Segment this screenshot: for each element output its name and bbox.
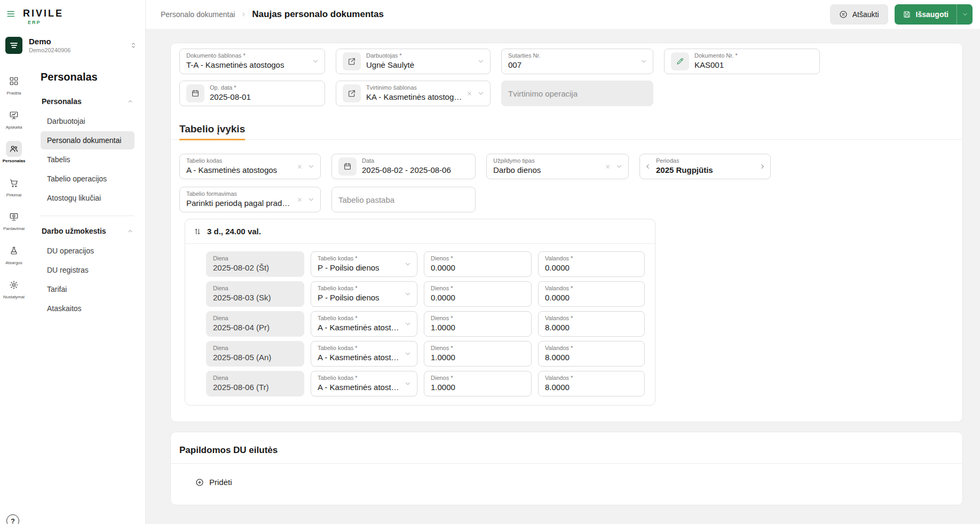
tvirtinimo-sablonas-select[interactable]: Tvirtinimo šablonas KA - Kasmetinės atos… bbox=[336, 81, 491, 106]
rail-item-atsargos[interactable]: Atsargos bbox=[0, 237, 28, 272]
chevron-right-icon[interactable] bbox=[757, 162, 767, 171]
sidebar-item-tabelis[interactable]: Tabelis bbox=[41, 150, 135, 169]
op-data-datepicker[interactable]: Op. data * 2025-08-01 bbox=[179, 81, 325, 106]
chevron-down-icon bbox=[477, 90, 485, 97]
rail-item-pirkimai[interactable]: Pirkimai bbox=[0, 170, 28, 204]
sidebar-item-personalo-dokumentai[interactable]: Personalo dokumentai bbox=[41, 131, 135, 149]
valandos-input[interactable]: Valandos *0.0000 bbox=[538, 281, 645, 307]
sidebar-item-du-operacijos[interactable]: DU operacijos bbox=[41, 242, 135, 260]
chevron-left-icon[interactable] bbox=[643, 162, 653, 171]
chevron-up-icon bbox=[127, 98, 133, 105]
field-label: Tabelio kodas * bbox=[318, 345, 401, 351]
field-placeholder: Tabelio pastaba bbox=[338, 195, 394, 204]
field-label: Dienos * bbox=[431, 256, 526, 261]
unfold-more-icon[interactable] bbox=[128, 40, 139, 51]
clear-icon[interactable] bbox=[296, 163, 304, 171]
rail-label: Apskaita bbox=[6, 125, 22, 130]
rail-item-pardavimai[interactable]: Pardavimai bbox=[0, 203, 28, 237]
section-title: Tabelio įvykis bbox=[179, 123, 245, 140]
dienos-input[interactable]: Dienos *1.0000 bbox=[424, 371, 532, 396]
clear-icon[interactable] bbox=[604, 163, 612, 171]
field-content: Periodas 2025 Rugpjūtis bbox=[656, 158, 757, 174]
dienos-input[interactable]: Dienos *0.0000 bbox=[424, 281, 532, 307]
save-dropdown-caret[interactable] bbox=[957, 4, 973, 25]
field-value: KAS001 bbox=[694, 60, 814, 69]
field-value: 2025-08-06 (Tr) bbox=[213, 383, 298, 392]
field-value: KA - Kasmetinės atostogos bbox=[366, 92, 462, 101]
sidebar-item-du-registras[interactable]: DU registras bbox=[41, 261, 135, 279]
field-label: Tabelio kodas * bbox=[318, 315, 401, 321]
valandos-input[interactable]: Valandos *8.0000 bbox=[538, 371, 645, 396]
field-value: P - Poilsio dienos bbox=[318, 263, 401, 272]
field-label: Tabelio kodas * bbox=[318, 375, 401, 381]
dienos-input[interactable]: Dienos *1.0000 bbox=[424, 341, 532, 367]
clear-icon[interactable] bbox=[465, 90, 473, 98]
sidebar-group-toggle-darbo-uzmokestis[interactable]: Darbo užmokestis bbox=[41, 223, 135, 240]
rail-item-nustatymai[interactable]: Nustatymai bbox=[0, 272, 28, 306]
field-content: Užpildymo tipas Darbo dienos bbox=[493, 158, 600, 174]
cancel-label: Atšaukti bbox=[852, 10, 879, 19]
tabelio-kodas-row-select[interactable]: Tabelio kodas *A - Kasmetinės atostogos bbox=[311, 371, 417, 396]
sidebar-item-atostogu-likuciai[interactable]: Atostogų likučiai bbox=[41, 189, 135, 207]
x-circle-icon bbox=[839, 10, 848, 19]
rail-item-apskaita[interactable]: Apskaita bbox=[0, 102, 28, 136]
field-value: 2025 Rugpjūtis bbox=[656, 165, 757, 174]
table-row: Diena2025-08-03 (Sk) Tabelio kodas *P - … bbox=[206, 281, 644, 307]
tabelio-kodas-row-select[interactable]: Tabelio kodas *P - Poilsio dienos bbox=[311, 281, 417, 307]
field-value: 2025-08-02 (Št) bbox=[213, 263, 298, 272]
add-du-line-button[interactable]: Pridėti bbox=[195, 478, 232, 487]
field-label: Diena bbox=[213, 345, 298, 351]
help-icon[interactable]: ? bbox=[6, 514, 19, 524]
chevron-down-icon bbox=[404, 350, 412, 358]
sidebar-item-darbuotojai[interactable]: Darbuotojai bbox=[41, 112, 135, 130]
darbuotojas-select[interactable]: Darbuotojas * Ugnė Saulytė bbox=[336, 49, 491, 74]
tabelio-kodas-row-select[interactable]: Tabelio kodas *A - Kasmetinės atostogos bbox=[311, 341, 417, 367]
chevron-down-icon bbox=[312, 58, 319, 65]
sidebar-item-ataskaitos[interactable]: Ataskaitos bbox=[41, 299, 135, 317]
valandos-input[interactable]: Valandos *8.0000 bbox=[538, 341, 645, 367]
people-icon bbox=[6, 141, 22, 157]
sidebar-divider bbox=[41, 216, 135, 216]
sort-vertical-icon[interactable] bbox=[194, 228, 201, 235]
hamburger-menu-icon[interactable] bbox=[5, 7, 17, 20]
field-value: 0.0000 bbox=[545, 293, 639, 302]
content-scroll-area[interactable]: Dokumento šablonas * T-A - Kasmetinės at… bbox=[146, 29, 980, 524]
tabelio-pastaba-input[interactable]: Tabelio pastaba bbox=[331, 187, 476, 212]
uzpildymo-tipas-select[interactable]: Užpildymo tipas Darbo dienos bbox=[486, 154, 629, 179]
external-link-icon[interactable] bbox=[343, 52, 361, 70]
rail-item-pradzia[interactable]: Pradžia bbox=[0, 68, 28, 102]
dienos-input[interactable]: Dienos *0.0000 bbox=[424, 251, 532, 277]
rail-label: Nustatymai bbox=[3, 295, 25, 300]
field-value: 0.0000 bbox=[545, 263, 639, 272]
save-button-main[interactable]: Išsaugoti bbox=[895, 4, 957, 25]
breadcrumb-link[interactable]: Personalo dokumentai bbox=[161, 10, 235, 19]
periodas-stepper[interactable]: Periodas 2025 Rugpjūtis bbox=[639, 154, 771, 179]
tabelio-kodas-select[interactable]: Tabelio kodas A - Kasmetinės atostogos bbox=[179, 154, 321, 179]
account-switcher[interactable]: Demo Demo20240906 bbox=[5, 37, 139, 54]
field-content: Dokumento Nr. * KAS001 bbox=[694, 53, 814, 69]
external-link-icon[interactable] bbox=[343, 84, 361, 102]
field-value: 2025-08-05 (An) bbox=[213, 353, 298, 362]
clear-icon[interactable] bbox=[296, 196, 304, 204]
rail-label: Pradžia bbox=[6, 91, 21, 96]
valandos-input[interactable]: Valandos *0.0000 bbox=[538, 251, 645, 277]
sidebar-item-tarifai[interactable]: Tarifai bbox=[41, 280, 135, 298]
sutarties-nr-select[interactable]: Sutarties Nr. 007 bbox=[501, 49, 653, 74]
field-value: A - Kasmetinės atostogos bbox=[186, 165, 293, 174]
dokumento-sablonas-select[interactable]: Dokumento šablonas * T-A - Kasmetinės at… bbox=[179, 49, 325, 74]
tabelio-kodas-row-select[interactable]: Tabelio kodas *P - Poilsio dienos bbox=[311, 251, 417, 277]
tabelio-kodas-row-select[interactable]: Tabelio kodas *A - Kasmetinės atostogos bbox=[311, 311, 417, 337]
tabelio-formavimas-select[interactable]: Tabelio formavimas Parinkti periodą paga… bbox=[179, 187, 321, 212]
sidebar-group-toggle-personalas[interactable]: Personalas bbox=[41, 93, 135, 110]
dienos-input[interactable]: Dienos *1.0000 bbox=[424, 311, 532, 337]
rail-item-personalas[interactable]: Personalas bbox=[0, 136, 28, 170]
sidebar-item-tabelio-operacijos[interactable]: Tabelio operacijos bbox=[41, 170, 135, 188]
field-label: Diena bbox=[213, 315, 298, 321]
dokumento-nr-input[interactable]: Dokumento Nr. * KAS001 bbox=[664, 49, 820, 74]
data-daterange-picker[interactable]: Data 2025-08-02 - 2025-08-06 bbox=[331, 154, 476, 179]
save-button[interactable]: Išsaugoti bbox=[895, 4, 973, 25]
valandos-input[interactable]: Valandos *8.0000 bbox=[538, 311, 645, 337]
cancel-button[interactable]: Atšaukti bbox=[830, 4, 888, 25]
chevron-down-icon bbox=[477, 58, 485, 65]
panel-top: RIVILE ERP Demo Demo20240906 bbox=[0, 0, 145, 54]
